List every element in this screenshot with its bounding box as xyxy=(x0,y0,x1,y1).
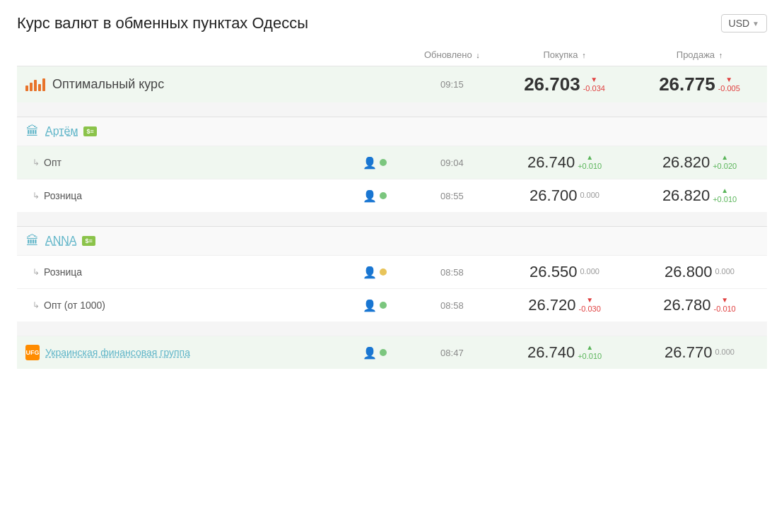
sub-icons-cell: 👤 xyxy=(354,256,406,289)
sell-sort-icon[interactable]: ↑ xyxy=(719,51,723,59)
exchange-header-artem: 🏛 Артём $≡ xyxy=(17,117,767,146)
person-icon: 👤 xyxy=(363,299,377,312)
exchange-link[interactable]: Артём xyxy=(45,125,78,138)
change-value: +0.020 xyxy=(713,162,737,171)
sub-name-cell: ↳ Опт (от 1000) xyxy=(17,289,354,322)
currency-selector[interactable]: USD ▼ xyxy=(721,14,767,32)
price-value: 26.740 xyxy=(527,153,575,172)
sub-name: ↳ Розница xyxy=(25,190,346,201)
money-icon: $≡ xyxy=(82,236,95,246)
exchange-icon: 🏛 xyxy=(25,234,40,248)
change-value: -0.010 xyxy=(714,305,736,314)
change-value: 0.000 xyxy=(715,348,735,357)
exchange-name-cell: 🏛 ANNA $≡ xyxy=(17,227,407,256)
ufg-icon: UFG xyxy=(25,345,40,360)
price-value: 26.820 xyxy=(662,153,710,172)
price-cell: 26.550 0.000 xyxy=(505,263,624,281)
optimal-updated: 09:15 xyxy=(407,66,497,103)
change-value: 0.000 xyxy=(580,267,599,276)
price-cell: 26.800 0.000 xyxy=(640,263,759,281)
price-change: ▼ -0.030 xyxy=(579,296,601,314)
exchange-link[interactable]: Украинская финансовая группа xyxy=(45,347,190,358)
optimal-label: Оптимальный курс xyxy=(52,77,164,92)
sub-icons-cell: 👤 xyxy=(354,336,406,370)
optimal-name-cell: Оптимальный курс xyxy=(17,66,354,103)
optimal-icons-cell xyxy=(354,66,406,103)
price-cell: 26.740 ▲ +0.010 xyxy=(505,153,624,172)
arrow-up-icon: ▲ xyxy=(721,187,728,195)
price-value: 26.770 xyxy=(665,343,712,362)
price-value: 26.820 xyxy=(662,187,710,205)
sub-sell-cell: 26.780 ▼ -0.010 xyxy=(632,289,767,322)
change-value: +0.010 xyxy=(578,162,602,171)
status-icons: 👤 xyxy=(363,189,402,203)
price-change: ▲ +0.010 xyxy=(578,153,602,171)
col-header-updated: Обновлено ↓ xyxy=(407,44,497,66)
price-value: 26.703 xyxy=(524,73,580,95)
exchange-link[interactable]: ANNA xyxy=(45,235,76,247)
exchange-header-updated xyxy=(407,117,497,146)
person-icon: 👤 xyxy=(363,266,377,279)
sub-row-anna-0: ↳ Розница 👤 08:58 26.550 0.000 26.800 0.… xyxy=(17,256,767,289)
sub-row-artem-1: ↳ Розница 👤 08:55 26.700 0.000 26.820 ▲ … xyxy=(17,179,767,213)
price-cell: 26.820 ▲ +0.020 xyxy=(640,153,759,172)
arrow-down-icon: ▼ xyxy=(586,296,593,305)
sub-updated: 08:58 xyxy=(407,289,497,322)
arrow-down-icon: ▼ xyxy=(725,76,732,84)
status-icons: 👤 xyxy=(363,346,402,360)
sub-icons-cell: 👤 xyxy=(354,179,406,213)
separator xyxy=(17,321,767,336)
change-value: -0.005 xyxy=(718,84,740,93)
exchange-header-sell xyxy=(632,117,767,146)
status-dot xyxy=(380,302,387,309)
sub-buy-cell: 26.550 0.000 xyxy=(497,256,632,289)
status-icons: 👤 xyxy=(363,299,402,312)
sub-arrow-icon: ↳ xyxy=(33,300,40,310)
sub-sell-cell: 26.770 0.000 xyxy=(632,336,767,370)
price-value: 26.775 xyxy=(659,73,715,95)
sub-name-cell: UFG Украинская финансовая группа xyxy=(17,336,354,370)
status-icons: 👤 xyxy=(363,266,402,279)
sub-arrow-icon: ↳ xyxy=(33,191,40,201)
change-value: -0.034 xyxy=(583,84,605,93)
page-wrapper: Курс валют в обменных пунктах Одессы USD… xyxy=(0,0,784,383)
exchange-header-updated xyxy=(407,227,497,256)
sub-label: Опт xyxy=(44,157,62,168)
exchange-icon: UFG xyxy=(25,345,40,360)
status-dot xyxy=(380,349,387,356)
price-cell: 26.770 0.000 xyxy=(640,343,759,362)
price-change: 0.000 xyxy=(580,267,599,276)
person-icon: 👤 xyxy=(363,189,377,203)
sub-name: ↳ Опт (от 1000) xyxy=(25,300,346,311)
sub-updated: 08:55 xyxy=(407,179,497,213)
change-value: +0.010 xyxy=(713,195,737,204)
optimal-name: Оптимальный курс xyxy=(25,77,346,92)
chevron-down-icon: ▼ xyxy=(752,20,759,28)
price-change: ▲ +0.020 xyxy=(713,153,737,171)
price-cell: 26.700 0.000 xyxy=(505,187,624,205)
sub-row-anna-1: ↳ Опт (от 1000) 👤 08:58 26.720 ▼ -0.030 … xyxy=(17,289,767,322)
change-value: 0.000 xyxy=(715,267,735,276)
updated-sort-icon[interactable]: ↓ xyxy=(476,51,480,59)
rates-table: Обновлено ↓ Покупка ↑ Продажа ↑ xyxy=(17,44,767,369)
sub-updated: 08:47 xyxy=(407,336,497,370)
sub-row-ufg-0: UFG Украинская финансовая группа 👤 08:47… xyxy=(17,336,767,370)
optimal-buy-cell: 26.703 ▼ -0.034 xyxy=(497,66,632,103)
sub-row-artem-0: ↳ Опт 👤 09:04 26.740 ▲ +0.010 26.820 ▲ +… xyxy=(17,146,767,179)
sub-sell-cell: 26.800 0.000 xyxy=(632,256,767,289)
sub-updated: 08:58 xyxy=(407,256,497,289)
sub-name: ↳ Розница xyxy=(25,266,346,278)
sub-sell-cell: 26.820 ▲ +0.010 xyxy=(632,179,767,213)
sub-arrow-icon: ↳ xyxy=(33,267,40,277)
arrow-up-icon: ▲ xyxy=(721,153,728,162)
optimal-sell-cell: 26.775 ▼ -0.005 xyxy=(632,66,767,103)
buy-sort-icon[interactable]: ↑ xyxy=(582,51,586,59)
sub-arrow-icon: ↳ xyxy=(33,158,40,167)
status-icons: 👤 xyxy=(363,156,402,170)
arrow-down-icon: ▼ xyxy=(721,296,728,305)
price-change: ▼ -0.005 xyxy=(718,76,740,93)
price-change: 0.000 xyxy=(715,267,735,276)
arrow-up-icon: ▲ xyxy=(586,153,593,162)
money-icon: $≡ xyxy=(83,126,96,136)
sub-name-cell: ↳ Розница xyxy=(17,256,354,289)
